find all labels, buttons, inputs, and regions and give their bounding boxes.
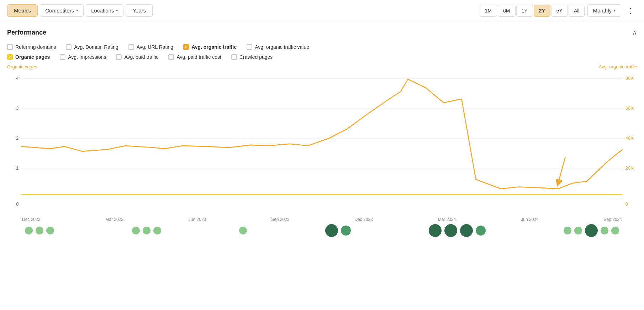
dot-13 [476,226,486,236]
metric-label-avg-paid-traffic: Avg. paid traffic [124,54,158,60]
dot-12 [460,224,473,237]
metric-referring-domains[interactable]: Referring domains [7,43,56,51]
tab-years[interactable]: Years [126,4,153,17]
metric-label-avg-organic-traffic: Avg. organic traffic [191,44,237,50]
checkbox-avg-paid-traffic[interactable] [116,54,122,60]
metric-label-avg-organic-traffic-value: Avg. organic traffic value [255,44,309,50]
checkbox-avg-impressions[interactable] [60,54,65,60]
time-all[interactable]: All [569,5,585,17]
svg-text:1: 1 [16,165,19,171]
dot-1 [25,227,33,234]
checkbox-avg-domain-rating[interactable] [66,44,72,50]
chevron-icon: ▾ [614,8,616,13]
metric-label-avg-impressions: Avg. Impressions [68,54,106,60]
metric-avg-organic-traffic-value[interactable]: Avg. organic traffic value [247,43,309,51]
svg-text:0: 0 [625,201,628,207]
chevron-icon: ▾ [116,8,118,13]
dot-3 [46,227,54,234]
chart-axis-labels: Organic pages Avg. organic traffic [7,64,637,69]
performance-section: Performance ∧ Referring domains Avg. Dom… [0,21,644,61]
svg-text:4: 4 [16,76,19,81]
metric-label-organic-pages: Organic pages [15,54,50,60]
svg-line-16 [558,157,565,184]
collapse-button[interactable]: ∧ [632,29,637,36]
metric-label-avg-paid-traffic-cost: Avg. paid traffic cost [176,54,221,60]
dot-15 [574,227,582,234]
checkbox-crawled-pages[interactable] [231,54,237,60]
metric-label-avg-url-rating: Avg. URL Rating [137,44,174,50]
tab-metrics[interactable]: Metrics [7,4,38,17]
top-bar: Metrics Competitors ▾ Locations ▾ Years … [0,0,644,21]
dot-8 [325,224,338,237]
metric-avg-paid-traffic[interactable]: Avg. paid traffic [116,53,158,61]
dot-17 [601,227,608,234]
metric-label-referring-domains: Referring domains [15,44,56,50]
svg-text:0: 0 [16,201,19,207]
metric-avg-impressions[interactable]: Avg. Impressions [60,53,106,61]
chart-svg-container: 4 3 2 1 0 80K 60K 40K 20K 0 [7,71,637,221]
dot-7 [239,227,247,234]
metric-label-crawled-pages: Crawled pages [239,54,273,60]
tab-competitors[interactable]: Competitors ▾ [40,4,84,17]
metrics-row-1: Referring domains Avg. Domain Rating Avg… [7,43,637,51]
time-range-buttons: 1M 6M 1Y 2Y 5Y All [480,5,585,17]
dot-14 [564,227,571,234]
dot-6 [153,227,161,234]
chevron-icon: ▾ [76,8,78,13]
dot-10 [429,224,442,237]
metric-organic-pages[interactable]: Organic pages [7,53,50,61]
svg-text:2: 2 [16,135,19,141]
svg-text:80K: 80K [625,76,634,81]
time-1y[interactable]: 1Y [516,5,533,17]
dot-11 [444,224,457,237]
chart-right-label: Avg. organic traffic [599,64,637,69]
metrics-row-2: Organic pages Avg. Impressions Avg. paid… [7,53,637,61]
checkbox-organic-pages[interactable] [7,54,13,60]
monthly-dropdown[interactable]: Monthly ▾ [587,4,621,17]
svg-text:20K: 20K [625,165,634,171]
chart-area: Organic pages Avg. organic traffic 4 3 2… [0,64,644,239]
dot-9 [341,226,351,236]
time-1m[interactable]: 1M [480,5,497,17]
time-2y[interactable]: 2Y [534,5,550,17]
section-header: Performance ∧ [7,29,637,36]
checkbox-avg-organic-traffic-value[interactable] [247,44,252,50]
checkbox-avg-url-rating[interactable] [128,44,134,50]
svg-text:40K: 40K [625,135,634,141]
svg-text:60K: 60K [625,105,634,111]
dot-5 [143,227,151,234]
time-6m[interactable]: 6M [498,5,515,17]
tab-locations[interactable]: Locations ▾ [86,4,123,17]
time-5y[interactable]: 5Y [551,5,568,17]
metric-avg-organic-traffic[interactable]: Avg. organic traffic [183,43,237,51]
metric-avg-paid-traffic-cost[interactable]: Avg. paid traffic cost [168,53,221,61]
svg-text:3: 3 [16,105,19,111]
metric-avg-url-rating[interactable]: Avg. URL Rating [128,43,174,51]
checkbox-referring-domains[interactable] [7,44,13,50]
checkbox-avg-organic-traffic[interactable] [183,44,189,50]
metric-label-avg-domain-rating: Avg. Domain Rating [74,44,118,50]
dot-2 [36,227,43,234]
dot-4 [132,227,140,234]
dot-16 [585,224,598,237]
checkbox-avg-paid-traffic-cost[interactable] [168,54,174,60]
nav-tabs: Metrics Competitors ▾ Locations ▾ Years [7,4,153,17]
metric-crawled-pages[interactable]: Crawled pages [231,53,273,61]
section-title: Performance [7,29,46,36]
dot-18 [611,227,619,234]
metric-avg-domain-rating[interactable]: Avg. Domain Rating [66,43,118,51]
more-options-button[interactable]: ⋮ [624,5,637,16]
performance-chart: 4 3 2 1 0 80K 60K 40K 20K 0 [7,71,637,221]
dots-row [7,222,637,239]
chart-left-label: Organic pages [7,64,37,69]
time-controls: 1M 6M 1Y 2Y 5Y All Monthly ▾ ⋮ [480,4,637,17]
